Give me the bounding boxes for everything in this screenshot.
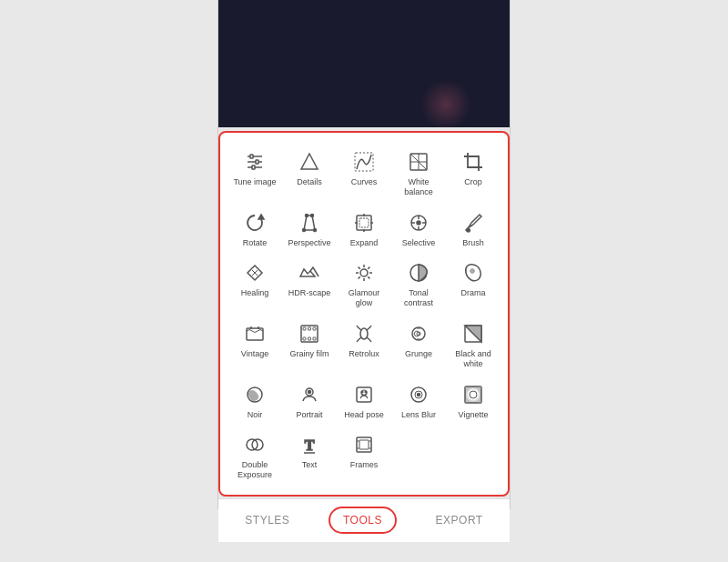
tool-vintage[interactable]: Vintage xyxy=(228,316,282,373)
tool-black-white[interactable]: Black and white xyxy=(446,316,500,373)
tool-rotate[interactable]: Rotate xyxy=(228,205,282,252)
tool-retrolux[interactable]: Retrolux xyxy=(337,316,391,373)
tool-selective[interactable]: Selective xyxy=(391,205,446,252)
crop-icon xyxy=(460,149,486,175)
svg-point-64 xyxy=(361,391,363,393)
tool-tune-image[interactable]: Tune image xyxy=(228,144,282,201)
drama-label: Drama xyxy=(460,288,485,298)
svg-point-65 xyxy=(365,391,367,393)
tab-tools[interactable]: TOOLS xyxy=(329,507,397,534)
tool-hdr-scape[interactable]: HDR-scape xyxy=(282,255,337,312)
rotate-label: Rotate xyxy=(243,238,268,248)
vintage-icon xyxy=(242,321,268,346)
tool-glamour-glow[interactable]: Glamour glow xyxy=(337,255,391,312)
bw-label: Black and white xyxy=(449,349,498,369)
double-exposure-icon xyxy=(242,432,268,457)
svg-point-32 xyxy=(360,269,368,276)
text-icon: T xyxy=(297,432,322,457)
grainy-icon xyxy=(297,321,322,346)
tool-curves[interactable]: Curves xyxy=(337,144,391,201)
grunge-label: Grunge xyxy=(405,349,432,359)
tool-frames[interactable]: Frames xyxy=(337,427,391,484)
grunge-icon xyxy=(406,321,431,346)
svg-rect-49 xyxy=(303,337,306,340)
svg-point-61 xyxy=(308,390,311,393)
tool-tonal-contrast[interactable]: Tonal contrast xyxy=(391,255,446,312)
svg-point-17 xyxy=(314,228,317,231)
tool-drama[interactable]: Drama xyxy=(446,255,500,312)
tool-portrait[interactable]: Portrait xyxy=(282,376,337,424)
tonal-icon xyxy=(406,260,431,286)
svg-rect-18 xyxy=(357,216,371,230)
svg-line-37 xyxy=(359,267,360,269)
selective-label: Selective xyxy=(402,238,436,248)
svg-point-52 xyxy=(360,328,368,339)
svg-text:T: T xyxy=(305,437,315,453)
text-label: Text xyxy=(302,460,318,470)
tab-styles[interactable]: STYLES xyxy=(230,507,304,534)
lens-blur-label: Lens Blur xyxy=(401,410,436,420)
tool-details[interactable]: Details xyxy=(282,144,337,201)
svg-rect-77 xyxy=(359,440,369,449)
tool-head-pose[interactable]: Head pose xyxy=(337,376,391,424)
glamour-icon xyxy=(351,260,377,286)
brush-label: Brush xyxy=(462,238,484,248)
head-pose-icon xyxy=(351,382,377,407)
svg-point-15 xyxy=(311,214,314,216)
hdr-label: HDR-scape xyxy=(288,288,331,298)
tool-grunge[interactable]: Grunge xyxy=(391,316,446,373)
healing-label: Healing xyxy=(241,288,269,298)
lens-blur-icon xyxy=(406,382,431,407)
tool-noir[interactable]: Noir xyxy=(228,376,282,424)
tool-white-balance[interactable]: White balance xyxy=(391,144,446,201)
tool-grainy-film[interactable]: Grainy film xyxy=(282,316,337,373)
tool-vignette[interactable]: Vignette xyxy=(446,376,500,424)
frames-label: Frames xyxy=(350,460,379,470)
expand-icon xyxy=(351,210,377,236)
expand-label: Expand xyxy=(350,238,379,248)
main-content: Tune image Details xyxy=(218,0,510,542)
selective-icon xyxy=(406,210,431,236)
app-container: Tune image Details xyxy=(0,0,728,562)
svg-line-39 xyxy=(368,267,369,269)
hdr-icon xyxy=(297,260,322,286)
vignette-label: Vignette xyxy=(459,410,489,420)
svg-rect-50 xyxy=(308,337,311,340)
details-icon xyxy=(297,149,322,175)
curves-icon xyxy=(351,149,377,175)
svg-rect-45 xyxy=(301,326,318,342)
svg-point-16 xyxy=(303,228,306,231)
portrait-label: Portrait xyxy=(296,410,322,420)
svg-point-14 xyxy=(306,214,308,216)
tool-brush[interactable]: Brush xyxy=(446,205,500,252)
svg-line-40 xyxy=(359,277,360,279)
portrait-icon xyxy=(297,382,322,407)
tool-text[interactable]: T Text xyxy=(282,427,337,484)
tool-crop[interactable]: Crop xyxy=(446,144,500,201)
tool-double-exposure[interactable]: Double Exposure xyxy=(228,427,282,484)
tune-image-icon xyxy=(242,149,268,175)
retrolux-label: Retrolux xyxy=(349,349,379,359)
retrolux-icon xyxy=(351,321,377,346)
tool-healing[interactable]: Healing xyxy=(228,255,282,312)
tonal-label: Tonal contrast xyxy=(394,288,443,308)
perspective-label: Perspective xyxy=(288,238,330,248)
tool-lens-blur[interactable]: Lens Blur xyxy=(391,376,446,424)
crop-label: Crop xyxy=(464,177,482,187)
svg-point-25 xyxy=(417,221,420,225)
noir-label: Noir xyxy=(248,410,263,420)
svg-rect-4 xyxy=(256,160,258,164)
grainy-label: Grainy film xyxy=(289,349,329,359)
vintage-label: Vintage xyxy=(241,349,268,359)
drama-icon xyxy=(460,260,486,286)
bottom-tab-bar: STYLES TOOLS EXPORT xyxy=(218,498,510,542)
healing-icon xyxy=(242,260,268,286)
glamour-label: Glamour glow xyxy=(339,288,389,308)
tool-expand[interactable]: Expand xyxy=(337,205,391,252)
tab-export[interactable]: EXPORT xyxy=(421,507,498,534)
tool-perspective[interactable]: Perspective xyxy=(282,205,337,252)
vignette-icon xyxy=(460,382,486,407)
svg-marker-13 xyxy=(304,216,315,230)
frames-icon xyxy=(351,432,377,457)
white-balance-icon xyxy=(406,149,431,175)
